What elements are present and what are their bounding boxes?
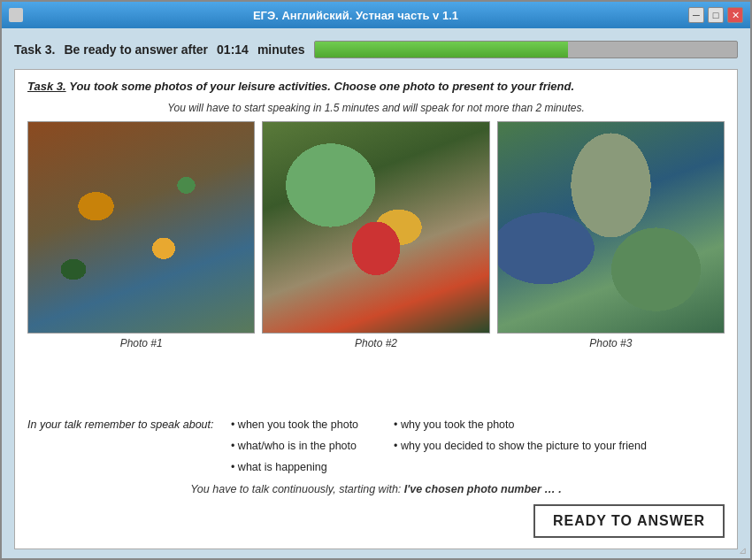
speak-about-items: • when you took the photo • what/who is … — [231, 416, 647, 476]
photo-1-label: Photo #1 — [120, 337, 163, 349]
window-title: ЕГЭ. Английский. Устная часть v 1.1 — [23, 9, 688, 22]
speak-item-4: • why you took the photo — [394, 416, 647, 433]
speak-item-3: • what is happening — [231, 458, 358, 476]
maximize-button[interactable]: □ — [708, 7, 724, 23]
speak-item-2: • what/who is in the photo — [231, 437, 358, 455]
starting-bold: I've chosen photo number … . — [404, 483, 562, 495]
ready-text: Be ready to answer after — [64, 42, 208, 57]
photo-1-image — [27, 121, 255, 334]
main-card: Task 3. You took some photos of your lei… — [14, 69, 738, 549]
photo-item-1: Photo #1 — [27, 121, 255, 409]
speak-item-5: • why you decided to show the picture to… — [394, 437, 647, 455]
photo-3-image — [497, 121, 725, 334]
instruction-task-num: Task 3. — [27, 80, 66, 93]
speak-about-label: In your talk remember to speak about: — [27, 416, 231, 433]
starting-prefix: You have to talk continuously, starting … — [190, 483, 401, 495]
photo-2-label: Photo #2 — [355, 337, 397, 349]
close-button[interactable]: ✕ — [727, 7, 743, 23]
ready-to-answer-button[interactable]: READY TO ANSWER — [533, 504, 725, 538]
minutes-label: minutes — [257, 42, 305, 57]
photo-item-3: Photo #3 — [497, 121, 725, 409]
title-bar: ЕГЭ. Английский. Устная часть v 1.1 ─ □ … — [2, 2, 750, 28]
photos-row: Photo #1 Photo #2 Photo #3 — [27, 121, 725, 409]
speak-col-1: • when you took the photo • what/who is … — [231, 416, 358, 476]
task-subtitle: You will have to start speaking in 1.5 m… — [27, 102, 725, 114]
bottom-row: READY TO ANSWER — [27, 502, 725, 540]
app-icon — [9, 8, 23, 22]
timer-display: 01:14 — [217, 42, 249, 57]
main-window: ЕГЭ. Английский. Устная часть v 1.1 ─ □ … — [0, 0, 752, 560]
window-controls: ─ □ ✕ — [688, 7, 743, 23]
title-bar-left — [9, 8, 23, 22]
speak-item-1: • when you took the photo — [231, 416, 358, 433]
task-instruction: Task 3. You took some photos of your lei… — [27, 79, 725, 95]
minimize-button[interactable]: ─ — [688, 7, 704, 23]
speak-col-2: • why you took the photo • why you decid… — [394, 416, 647, 476]
photo-3-label: Photo #3 — [589, 337, 632, 349]
task-header: Task 3. Be ready to answer after 01:14 m… — [14, 37, 738, 62]
photo-2-image — [262, 121, 489, 334]
starting-line: You have to talk continuously, starting … — [27, 483, 725, 495]
speak-about-section: In your talk remember to speak about: • … — [27, 416, 725, 476]
content-area: Task 3. Be ready to answer after 01:14 m… — [2, 28, 750, 558]
progress-bar-container — [314, 41, 738, 58]
task-label: Task 3. — [14, 42, 55, 57]
resize-handle[interactable]: ⊿ — [739, 545, 747, 556]
progress-bar-fill — [315, 42, 568, 58]
photo-item-2: Photo #2 — [262, 121, 489, 409]
